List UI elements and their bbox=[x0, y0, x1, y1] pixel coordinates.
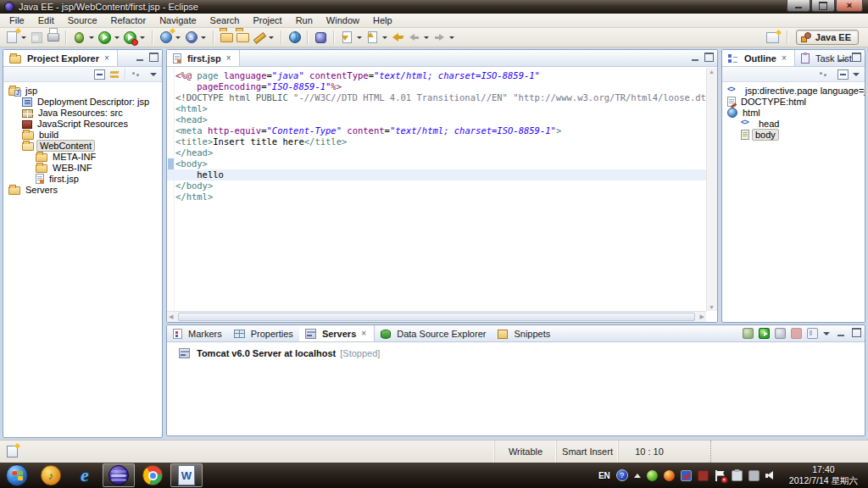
view-menu-icon[interactable] bbox=[818, 69, 833, 80]
menu-source[interactable]: Source bbox=[61, 14, 104, 26]
forward-history-icon[interactable] bbox=[432, 30, 447, 45]
code-line-7[interactable]: <title>Insert title here</title> bbox=[175, 136, 706, 147]
tree-item-build[interactable]: build bbox=[3, 129, 162, 140]
publish-server-icon[interactable] bbox=[807, 328, 818, 339]
open-folder-icon[interactable] bbox=[220, 30, 234, 45]
menu-project[interactable]: Project bbox=[246, 14, 288, 26]
code-line-11[interactable]: </body> bbox=[175, 180, 706, 191]
code-line-9[interactable]: <body> bbox=[175, 158, 706, 169]
code-text[interactable]: <%@ page language="java" contentType="te… bbox=[175, 70, 706, 202]
tab-servers[interactable]: Servers bbox=[299, 325, 375, 341]
tree-item-javascript-resources[interactable]: JavaScript Resources bbox=[3, 118, 162, 129]
code-line-1[interactable]: <%@ page language="java" contentType="te… bbox=[175, 70, 706, 81]
tray-antivirus-icon[interactable] bbox=[647, 470, 658, 481]
tree-item-web-inf[interactable]: WEB-INF bbox=[3, 162, 162, 173]
code-area[interactable]: <%@ page language="java" contentType="te… bbox=[167, 68, 717, 322]
maximize-view-icon[interactable] bbox=[148, 53, 159, 63]
new-dropdown-icon[interactable] bbox=[21, 36, 26, 39]
perspective-java-ee-button[interactable]: Java EE bbox=[796, 30, 859, 45]
menu-run[interactable]: Run bbox=[289, 14, 320, 26]
run-external-dropdown-icon[interactable] bbox=[140, 36, 145, 39]
maximize-view-icon[interactable] bbox=[851, 53, 861, 63]
view-menu-icon[interactable] bbox=[131, 69, 146, 80]
view-menu-caret-icon[interactable] bbox=[853, 69, 860, 80]
tree-item-doctype-html[interactable]: DOCTYPE:html bbox=[722, 96, 865, 107]
tray-audio-app-icon[interactable] bbox=[698, 470, 709, 481]
minimize-button[interactable] bbox=[787, 0, 810, 12]
taskbar-internet-explorer-button[interactable] bbox=[69, 463, 101, 487]
tab-markers[interactable]: Markers bbox=[167, 325, 228, 341]
team-icon[interactable] bbox=[314, 30, 328, 45]
next-annotation-dropdown-icon[interactable] bbox=[357, 36, 362, 39]
show-hidden-icons-icon[interactable] bbox=[634, 474, 641, 478]
print-icon[interactable] bbox=[46, 30, 60, 45]
java-ee-wizard-icon[interactable] bbox=[184, 30, 198, 45]
menu-edit[interactable]: Edit bbox=[31, 14, 61, 26]
title-bar[interactable]: Java EE - jsp/WebContent/first.jsp - Ecl… bbox=[0, 0, 868, 14]
tree-item-webcontent[interactable]: WebContent bbox=[3, 140, 162, 151]
taskbar-word-button[interactable] bbox=[170, 463, 203, 487]
tree-item-first-jsp[interactable]: first.jsp bbox=[3, 173, 162, 184]
maximize-view-icon[interactable] bbox=[851, 329, 861, 338]
new-web-dropdown-icon[interactable] bbox=[175, 36, 181, 39]
new-web-wizard-icon[interactable] bbox=[159, 30, 173, 45]
tree-item-head[interactable]: head bbox=[722, 118, 865, 129]
vertical-scrollbar[interactable] bbox=[706, 68, 717, 311]
start-server-icon[interactable] bbox=[759, 328, 770, 339]
next-annotation-icon[interactable] bbox=[340, 30, 354, 45]
collapse-all-icon[interactable] bbox=[837, 69, 849, 80]
run-external-icon[interactable] bbox=[123, 30, 137, 45]
menu-navigate[interactable]: Navigate bbox=[153, 14, 203, 26]
mark-dropdown-icon[interactable] bbox=[269, 36, 274, 39]
maximize-editor-icon[interactable] bbox=[704, 53, 714, 63]
tab-properties[interactable]: Properties bbox=[228, 325, 299, 341]
collapse-all-icon[interactable] bbox=[94, 69, 105, 80]
java-ee-dropdown-icon[interactable] bbox=[201, 36, 206, 39]
maximize-button[interactable] bbox=[811, 0, 835, 12]
link-with-editor-icon[interactable] bbox=[109, 69, 120, 80]
tree-item-java-resources-src[interactable]: Java Resources: src bbox=[3, 107, 162, 118]
tab-first-jsp[interactable]: first.jsp bbox=[167, 50, 240, 66]
new-wizard-icon[interactable] bbox=[4, 30, 19, 45]
menu-file[interactable]: File bbox=[3, 14, 31, 26]
taskbar-music-app-button[interactable] bbox=[35, 463, 67, 487]
close-view-icon[interactable] bbox=[780, 54, 788, 63]
menu-refactor[interactable]: Refactor bbox=[104, 14, 153, 26]
taskbar-eclipse-button[interactable] bbox=[103, 463, 135, 487]
code-line-12[interactable]: </html> bbox=[175, 191, 706, 202]
last-edit-location-icon[interactable] bbox=[391, 30, 405, 45]
tray-blocked-icon[interactable] bbox=[681, 470, 692, 481]
tab-snippets[interactable]: Snippets bbox=[492, 325, 556, 341]
taskbar-clock[interactable]: 17:40 2012/7/14 星期六 bbox=[782, 464, 865, 486]
scrollbar-thumb[interactable] bbox=[178, 313, 695, 321]
back-dropdown-icon[interactable] bbox=[424, 36, 429, 39]
minimize-view-icon[interactable] bbox=[135, 53, 145, 63]
code-line-10[interactable]: hello bbox=[167, 169, 706, 180]
close-view-icon[interactable] bbox=[103, 54, 111, 63]
code-line-2[interactable]: pageEncoding="ISO-8859-1"%> bbox=[175, 81, 706, 92]
editor-gutter[interactable] bbox=[167, 68, 175, 311]
tree-item-body[interactable]: body bbox=[722, 129, 865, 140]
debug-icon[interactable] bbox=[72, 30, 86, 45]
tray-security-icon[interactable] bbox=[664, 470, 675, 481]
previous-annotation-icon[interactable] bbox=[365, 30, 380, 45]
code-line-8[interactable]: </head> bbox=[175, 147, 706, 158]
tree-item-jsp-directive-page-language-java[interactable]: jsp:directive.page language=java bbox=[722, 85, 865, 96]
start-button[interactable] bbox=[0, 463, 34, 488]
mark-occurrences-icon[interactable] bbox=[252, 30, 266, 45]
help-tray-icon[interactable] bbox=[616, 469, 628, 481]
close-editor-icon[interactable] bbox=[225, 54, 233, 63]
code-line-3[interactable]: <!DOCTYPE html PUBLIC "-//W3C//DTD HTML … bbox=[175, 92, 706, 103]
tree-item-deployment-descriptor-jsp[interactable]: Deployment Descriptor: jsp bbox=[3, 96, 162, 107]
tray-clipboard-icon[interactable] bbox=[732, 470, 743, 481]
fast-view-icon[interactable] bbox=[7, 446, 18, 458]
stop-server-icon[interactable] bbox=[791, 328, 802, 339]
tree-item-jsp[interactable]: jsp bbox=[3, 85, 162, 96]
language-indicator[interactable]: EN bbox=[598, 471, 610, 480]
taskbar-chrome-button[interactable] bbox=[136, 463, 169, 487]
run-icon[interactable] bbox=[97, 30, 112, 45]
tab-data-source-explorer[interactable]: Data Source Explorer bbox=[375, 325, 492, 341]
volume-icon[interactable] bbox=[765, 470, 776, 481]
web-browser-icon[interactable] bbox=[287, 30, 302, 45]
run-dropdown-icon[interactable] bbox=[114, 36, 120, 39]
